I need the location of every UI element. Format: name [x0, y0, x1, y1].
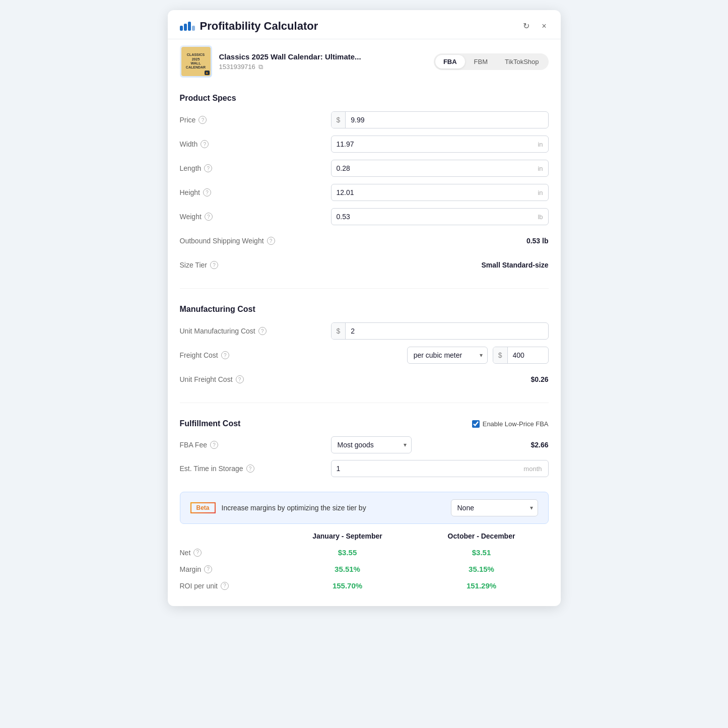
enable-low-price-label[interactable]: Enable Low-Price FBA [472, 420, 549, 428]
outbound-shipping-label: Outbound Shipping Weight ? [180, 237, 331, 245]
beta-badge: Beta [190, 502, 216, 513]
header-left: Profitability Calculator [180, 20, 318, 33]
close-button[interactable]: × [540, 19, 548, 33]
fba-fee-type-select[interactable]: Most goods Apparel Dangerous goods [331, 436, 412, 453]
product-info: Classics 2025 Wall Calendar: Ultimate...… [219, 52, 427, 71]
roi-help-icon[interactable]: ? [221, 582, 229, 590]
copy-icon[interactable]: ⧉ [258, 63, 263, 71]
weight-help-icon[interactable]: ? [205, 213, 213, 221]
margin-results-row: Margin ? 35.51% 35.15% [180, 561, 549, 577]
results-header: January - September October - December [180, 532, 549, 540]
fba-fee-label: FBA Fee ? [180, 441, 331, 449]
enable-low-price-text: Enable Low-Price FBA [483, 420, 549, 428]
height-input-wrapper: in [331, 184, 549, 201]
width-row: Width ? in [180, 135, 549, 153]
price-row: Price ? $ [180, 111, 549, 129]
width-help-icon[interactable]: ? [201, 140, 209, 148]
tab-fbm[interactable]: FBM [466, 55, 496, 69]
size-tier-help-icon[interactable]: ? [210, 261, 218, 269]
unit-freight-row: Unit Freight Cost ? $0.26 [180, 370, 549, 388]
fulfillment-header: Fulfillment Cost Enable Low-Price FBA [180, 411, 549, 428]
divider-2 [180, 403, 549, 403]
weight-label: Weight ? [180, 213, 331, 221]
storage-input[interactable] [332, 460, 518, 477]
product-name: Classics 2025 Wall Calendar: Ultimate... [219, 52, 427, 61]
fba-fee-help-icon[interactable]: ? [210, 441, 218, 449]
beta-text: Increase margins by optimizing the size … [222, 504, 445, 512]
unit-cost-value: $ [331, 322, 549, 340]
net-col2-value: $3.51 [415, 548, 549, 557]
outbound-shipping-value: 0.53 lb [331, 237, 549, 245]
tab-tiktokshop[interactable]: TikTokShop [497, 55, 547, 69]
beta-size-tier-select[interactable]: None Small Standard-size Large Standard-… [451, 499, 538, 516]
roi-label: ROI per unit ? [180, 582, 281, 590]
calculator-window: Profitability Calculator ↻ × CLASSICS202… [168, 10, 561, 606]
size-tier-static: Small Standard-size [481, 261, 548, 269]
width-label: Width ? [180, 140, 331, 148]
beta-bar: Beta Increase margins by optimizing the … [180, 492, 549, 524]
size-tier-value: Small Standard-size [331, 261, 549, 269]
outbound-shipping-help-icon[interactable]: ? [267, 237, 275, 245]
price-prefix: $ [332, 112, 346, 128]
content-area: Product Specs Price ? $ Width ? [168, 86, 561, 606]
fulfillment-cost-section: Fulfillment Cost Enable Low-Price FBA FB… [180, 411, 549, 478]
size-tier-row: Size Tier ? Small Standard-size [180, 256, 549, 274]
roi-col2-value: 151.29% [415, 581, 549, 590]
price-label: Price ? [180, 116, 331, 124]
price-input[interactable] [346, 112, 548, 128]
margin-help-icon[interactable]: ? [204, 565, 212, 573]
length-label: Length ? [180, 164, 331, 172]
freight-amount-wrapper: $ [493, 347, 549, 364]
storage-help-icon[interactable]: ? [246, 465, 254, 473]
freight-help-icon[interactable]: ? [221, 351, 229, 359]
price-value: $ [331, 111, 549, 128]
freight-amount-input[interactable] [508, 347, 548, 363]
storage-row: Est. Time in Storage ? month [180, 459, 549, 478]
size-tier-label: Size Tier ? [180, 261, 331, 269]
beta-select-wrapper: None Small Standard-size Large Standard-… [451, 499, 538, 516]
margin-col2-value: 35.15% [415, 565, 549, 573]
roi-results-row: ROI per unit ? 155.70% 151.29% [180, 577, 549, 594]
weight-input-wrapper: lb [331, 208, 549, 225]
roi-col1-value: 155.70% [281, 581, 415, 590]
freight-label: Freight Cost ? [180, 351, 331, 359]
net-help-icon[interactable]: ? [193, 549, 202, 557]
unit-cost-label: Unit Manufacturing Cost ? [180, 327, 331, 335]
weight-input[interactable] [332, 209, 533, 225]
product-row: CLASSICS2025WALLCALENDAR a Classics 2025… [168, 39, 561, 86]
net-results-row: Net ? $3.55 $3.51 [180, 544, 549, 561]
outbound-shipping-static: 0.53 lb [526, 237, 549, 245]
height-suffix: in [533, 185, 548, 201]
unit-cost-input-wrapper: $ [331, 322, 549, 340]
width-input[interactable] [332, 136, 533, 152]
outbound-shipping-row: Outbound Shipping Weight ? 0.53 lb [180, 232, 549, 250]
storage-label: Est. Time in Storage ? [180, 465, 331, 473]
height-value: in [331, 184, 549, 201]
length-input[interactable] [332, 160, 533, 176]
price-help-icon[interactable]: ? [198, 116, 207, 124]
freight-amount-prefix: $ [493, 347, 508, 363]
length-help-icon[interactable]: ? [204, 164, 212, 172]
freight-type-select[interactable]: per cubic meter per kg flat rate [407, 347, 488, 364]
manufacturing-cost-title: Manufacturing Cost [180, 297, 549, 314]
refresh-button[interactable]: ↻ [521, 19, 532, 33]
unit-cost-help-icon[interactable]: ? [258, 327, 267, 335]
price-input-wrapper: $ [331, 111, 549, 128]
height-input[interactable] [332, 184, 533, 201]
results-section: January - September October - December N… [180, 524, 549, 594]
tab-fba[interactable]: FBA [435, 55, 465, 69]
enable-low-price-checkbox[interactable] [472, 420, 480, 428]
unit-freight-help-icon[interactable]: ? [236, 375, 244, 383]
unit-cost-prefix: $ [332, 323, 346, 339]
height-help-icon[interactable]: ? [203, 188, 211, 196]
margin-col1-value: 35.51% [281, 565, 415, 573]
unit-cost-input[interactable] [346, 323, 548, 339]
width-input-wrapper: in [331, 136, 549, 153]
fba-fee-row: FBA Fee ? Most goods Apparel Dangerous g… [180, 436, 549, 453]
storage-suffix: month [517, 461, 548, 477]
weight-row: Weight ? lb [180, 208, 549, 226]
fulfillment-tabs: FBA FBM TikTokShop [434, 53, 549, 70]
length-value: in [331, 160, 549, 177]
length-input-wrapper: in [331, 160, 549, 177]
weight-suffix: lb [533, 209, 548, 225]
